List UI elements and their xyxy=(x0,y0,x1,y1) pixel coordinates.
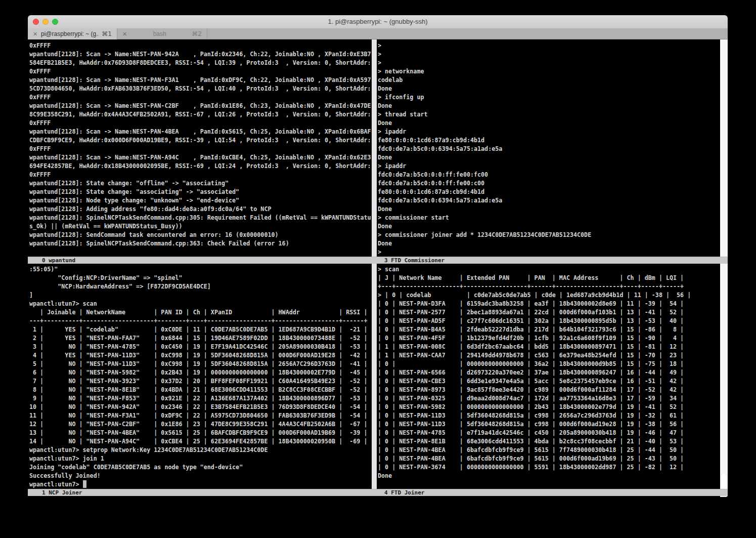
window-titlebar[interactable]: 1. pi@raspberrypi: ~ (gnubby-ssh) xyxy=(28,15,728,29)
ftd-commissioner-cli-text: > > > > networkname codelab Done > ifcon… xyxy=(377,39,720,257)
pane-title-wpantund: 0 wpantund xyxy=(42,257,75,264)
pane-ftd-joiner[interactable]: > scan | J | Network Name | Extended PAN… xyxy=(377,264,720,489)
terminal-cursor xyxy=(83,480,86,488)
terminal-window: 1. pi@raspberrypi: ~ (gnubby-ssh) ✕ pi@r… xyxy=(28,15,728,497)
pane-divider-scrollbar[interactable] xyxy=(372,39,377,496)
tab-shortcut: ⌘1 xyxy=(102,30,112,37)
pane-titlebar-bottom: 1 NCP Joiner 4 FTD Joiner xyxy=(28,489,728,496)
close-tab-icon[interactable]: ✕ xyxy=(33,31,41,37)
pane-title-ncp-joiner: 1 NCP Joiner xyxy=(42,489,82,496)
tab-bar: ✕ pi@raspberrypi: ~ (g... ⌘1 ✕ bash ⌘2 xyxy=(28,28,728,39)
pane-title-ftd-joiner: 4 FTD Joiner xyxy=(384,489,424,496)
pane-titlebar-top: 0 wpantund 3 FTD Commissioner xyxy=(28,257,728,264)
terminal-content: 0xFFFF wpantund[2128]: Scan -> Name:NEST… xyxy=(28,39,728,497)
pane-wpantund[interactable]: 0xFFFF wpantund[2128]: Scan -> Name:NEST… xyxy=(28,39,372,257)
tab-label: pi@raspberrypi: ~ (g... xyxy=(41,30,99,37)
close-tab-icon[interactable]: ✕ xyxy=(122,31,130,37)
pane-ftd-commissioner[interactable]: > > > > networkname codelab Done > ifcon… xyxy=(377,39,720,257)
wpantund-log-text: 0xFFFF wpantund[2128]: Scan -> Name:NEST… xyxy=(28,39,372,248)
ncp-joiner-cli-text: :55:05)" "Config:NCP:DriverName" => "spi… xyxy=(28,264,372,489)
ftd-joiner-cli-text: > scan | J | Network Name | Extended PAN… xyxy=(377,264,720,480)
desktop-background: 1. pi@raspberrypi: ~ (gnubby-ssh) ✕ pi@r… xyxy=(0,0,756,538)
pane-title-ftd-commissioner: 3 FTD Commissioner xyxy=(384,257,444,264)
tab-ssh-session[interactable]: ✕ pi@raspberrypi: ~ (g... ⌘1 xyxy=(28,28,117,39)
tab-bash[interactable]: ✕ bash ⌘2 xyxy=(117,28,207,39)
tab-shortcut: ⌘2 xyxy=(192,30,202,37)
tab-label: bash xyxy=(130,30,189,37)
pane-ncp-joiner[interactable]: :55:05)" "Config:NCP:DriverName" => "spi… xyxy=(28,264,372,489)
window-title: 1. pi@raspberrypi: ~ (gnubby-ssh) xyxy=(28,15,728,28)
window-scrollbar[interactable] xyxy=(720,39,728,497)
